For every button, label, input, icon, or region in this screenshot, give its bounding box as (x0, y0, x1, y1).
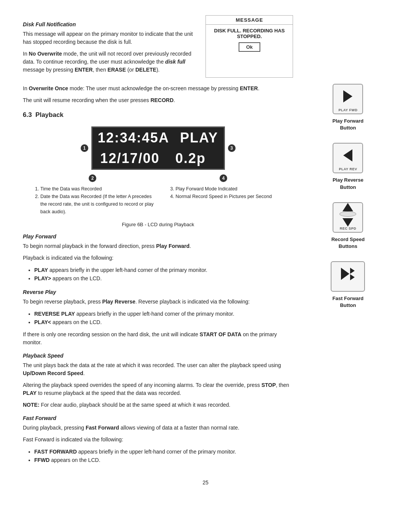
fast-forward-triangle2-top (350, 268, 355, 274)
message-box: MESSAGE DISK FULL. RECORDING HAS STOPPED… (206, 15, 293, 78)
resume-recording-para: The unit will resume recording when the … (23, 96, 293, 104)
section-heading: 6.3 Playback (23, 111, 293, 119)
playback-speed-para1: The unit plays back the data at the rate… (23, 361, 293, 377)
fast-forward-bullet2: FFWD appears on the LCD. (34, 456, 293, 464)
play-reverse-button-image: PLAY REV (333, 143, 363, 173)
reverse-play-bullet1: REVERSE PLAY appears briefly in the uppe… (34, 310, 293, 318)
lcd-time: 12:34:45A (92, 128, 175, 148)
play-forward-caption: Play Forward Button (308, 118, 388, 131)
sidebar: PLAY FWD Play Forward Button PLAY REV Pl… (308, 15, 388, 321)
play-forward-button-image: PLAY FWD (333, 84, 363, 114)
play-forward-para1: To begin normal playback in the forward … (23, 242, 293, 250)
rec-speed-button-label: REC SPD (333, 227, 362, 230)
no-overwrite-label: No Overwrite (29, 51, 62, 57)
lcd-container: 1 12:34:45A PLAY 12/17/00 0.2p 3 2 4 (23, 123, 293, 182)
play-forward-triangle (343, 90, 352, 102)
reverse-play-bullets: REVERSE PLAY appears briefly in the uppe… (34, 310, 293, 327)
play-reverse-button-label: PLAY REV (333, 167, 362, 171)
fast-forward-bullet1: FAST FORWARD appears briefly in the uppe… (34, 447, 293, 456)
rec-speed-down-triangle (342, 218, 353, 227)
page-number: 25 (23, 479, 388, 486)
playback-speed-heading: Playback Speed (23, 352, 293, 360)
message-box-title: DISK FULL. RECORDING HAS STOPPED. (210, 28, 289, 39)
lcd-speed: 0.2p (167, 148, 213, 169)
fast-forward-button-image (331, 261, 365, 292)
note-3: Play Forward Mode Indicated (175, 185, 293, 193)
fast-forward-bullets: FAST FORWARD appears briefly in the uppe… (34, 447, 293, 465)
play-forward-icon (333, 85, 362, 108)
lcd-num4: 4 (220, 174, 227, 182)
play-reverse-triangle (343, 149, 352, 161)
play-reverse-caption: Play Reverse Button (308, 177, 388, 190)
enter-label: ENTER (75, 67, 92, 73)
delete-label: DELETE (135, 67, 156, 73)
playback-speed-note: NOTE: For clear audio, playback should b… (23, 401, 293, 409)
lcd-mode: PLAY (175, 128, 224, 148)
rec-speed-button-image: REC SPD (333, 202, 363, 233)
reverse-play-bullet2: PLAY< appears on the LCD. (34, 318, 293, 326)
disk-full-para1: This message will appear on the primary … (23, 30, 194, 46)
fast-forward-caption: Fast Forward Button (308, 295, 388, 309)
lcd-num1: 1 (81, 144, 88, 152)
fast-forward-triangle1 (341, 268, 349, 280)
notes-col-left: Time the Data was Recorded Date the Data… (34, 185, 158, 216)
rec-speed-caption: Record Speed Buttons (308, 236, 388, 250)
disk-full-italic: disk full (165, 59, 185, 65)
figure-caption: Figure 6B - LCD during Playback (23, 222, 293, 227)
message-box-header: MESSAGE (206, 16, 293, 25)
fast-forward-para2: Fast Forward is indicated via the follow… (23, 436, 293, 444)
rec-speed-icon (333, 203, 362, 227)
play-forward-bullets: PLAY appears briefly in the upper left-h… (34, 266, 293, 283)
fast-forward-arrows (341, 268, 355, 280)
reverse-play-para2: If there is only one recording session o… (23, 331, 293, 347)
lcd-display: 12:34:45A PLAY 12/17/00 0.2p (91, 126, 225, 170)
rec-speed-up-triangle (342, 203, 353, 211)
play-forward-para2: Playback is indicated via the following: (23, 254, 293, 262)
ok-button[interactable]: Ok (239, 42, 260, 52)
playback-speed-para2: Altering the playback speed overrides th… (23, 381, 293, 397)
lcd-num3: 3 (228, 144, 236, 152)
overwrite-once-para: In Overwrite Once mode: The user must ac… (23, 85, 293, 93)
message-box-body: DISK FULL. RECORDING HAS STOPPED. Ok (206, 25, 293, 55)
play-forward-button-label: PLAY FWD (333, 108, 362, 112)
play-reverse-button-item: PLAY REV Play Reverse Button (308, 143, 388, 190)
reverse-play-heading: Reverse Play (23, 288, 293, 296)
disk-full-para2: In No Overwrite mode, the unit will not … (23, 50, 194, 74)
lcd-date: 12/17/00 (92, 148, 167, 169)
disk-full-heading: Disk Full Notification (23, 21, 194, 29)
fast-forward-button-item: Fast Forward Button (308, 261, 388, 309)
fast-forward-heading: Fast Forward (23, 414, 293, 422)
fast-forward-triangle2-bot (350, 274, 355, 280)
reverse-play-para1: To begin reverse playback, press Play Re… (23, 298, 293, 306)
note-2: Date the Data was Recorded (If the lette… (40, 193, 158, 216)
play-forward-bullet2: PLAY> appears on the LCD. (34, 274, 293, 283)
fast-forward-para1: During playback, pressing Fast Forward a… (23, 424, 293, 432)
note-4: Normal Record Speed in Pictures per Seco… (175, 193, 293, 200)
rec-speed-button-item: REC SPD Record Speed Buttons (308, 202, 388, 250)
erase-label: ERASE (108, 67, 126, 73)
play-forward-heading: Play Forward (23, 233, 293, 241)
fast-forward-icon (331, 262, 364, 286)
play-forward-bullet1: PLAY appears briefly in the upper left-h… (34, 266, 293, 274)
note-1: Time the Data was Recorded (40, 185, 158, 193)
notes-list: Time the Data was Recorded Date the Data… (34, 185, 293, 216)
rec-speed-oval (339, 211, 356, 217)
play-forward-button-item: PLAY FWD Play Forward Button (308, 84, 388, 131)
play-reverse-icon (333, 144, 362, 167)
notes-col-right: Play Forward Mode Indicated Normal Recor… (169, 185, 293, 216)
lcd-num2: 2 (89, 174, 96, 182)
